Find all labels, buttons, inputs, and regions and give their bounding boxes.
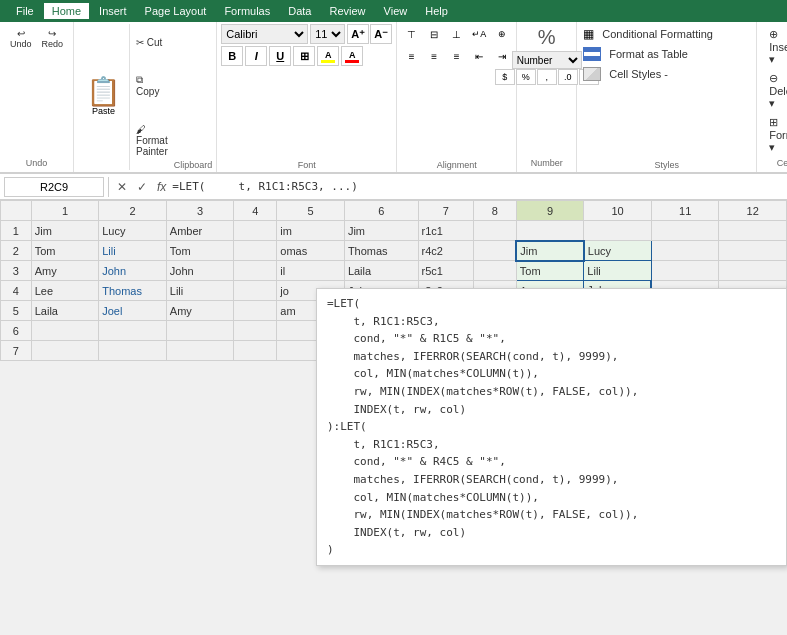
format-painter-button[interactable]: 🖌 Format Painter	[132, 123, 172, 158]
decimal-increase-button[interactable]: .0	[558, 69, 578, 85]
number-format-select[interactable]: Number	[512, 51, 582, 69]
tab-page-layout[interactable]: Page Layout	[137, 3, 215, 19]
font-name-select[interactable]: Calibri	[221, 24, 308, 44]
confirm-formula-button[interactable]: ✓	[133, 178, 151, 196]
cell-styles-button[interactable]: Cell Styles -	[605, 66, 672, 82]
row-header-3[interactable]: 3	[1, 261, 32, 281]
cell-r3c11[interactable]	[651, 261, 719, 281]
cell-r1c6[interactable]: Jim	[344, 221, 418, 241]
cell-r3c1[interactable]: Amy	[31, 261, 99, 281]
col-header-4[interactable]: 4	[234, 201, 277, 221]
cell-r6c2[interactable]	[99, 321, 167, 341]
copy-button[interactable]: ⧉ Copy	[132, 73, 172, 98]
cell-r2c11[interactable]	[651, 241, 719, 261]
font-color-button[interactable]: A	[341, 46, 363, 66]
cell-r3c7[interactable]: r5c1	[418, 261, 473, 281]
cell-r2c6[interactable]: Thomas	[344, 241, 418, 261]
cut-button[interactable]: ✂ Cut	[132, 36, 172, 49]
col-header-8[interactable]: 8	[473, 201, 516, 221]
delete-cells-button[interactable]: ⊖ Delete ▾	[765, 70, 787, 112]
tab-file[interactable]: File	[8, 3, 42, 19]
cell-r6c3[interactable]	[166, 321, 234, 341]
cell-r7c2[interactable]	[99, 341, 167, 361]
cell-r2c7[interactable]: r4c2	[418, 241, 473, 261]
col-header-2[interactable]: 2	[99, 201, 167, 221]
wrap-text-button[interactable]: ↵A	[469, 24, 490, 44]
cell-r2c4[interactable]	[234, 241, 277, 261]
cell-r1c9[interactable]	[516, 221, 584, 241]
tab-insert[interactable]: Insert	[91, 3, 135, 19]
align-bottom-button[interactable]: ⊥	[446, 24, 467, 44]
col-header-6[interactable]: 6	[344, 201, 418, 221]
cell-r7c4[interactable]	[234, 341, 277, 361]
row-header-4[interactable]: 4	[1, 281, 32, 301]
tab-view[interactable]: View	[376, 3, 416, 19]
cell-r3c4[interactable]	[234, 261, 277, 281]
insert-cells-button[interactable]: ⊕ Insert ▾	[765, 26, 787, 68]
cell-r5c1[interactable]: Laila	[31, 301, 99, 321]
cell-r4c2[interactable]: Thomas	[99, 281, 167, 301]
cell-r4c3[interactable]: Lili	[166, 281, 234, 301]
indent-increase-button[interactable]: ⇥	[492, 46, 513, 66]
percent-button[interactable]: %	[516, 69, 536, 85]
cell-r4c4[interactable]	[234, 281, 277, 301]
cell-r3c10[interactable]: Lili	[584, 261, 652, 281]
col-header-7[interactable]: 7	[418, 201, 473, 221]
cell-r1c12[interactable]	[719, 221, 787, 241]
formula-input[interactable]	[172, 177, 783, 197]
cell-r5c4[interactable]	[234, 301, 277, 321]
cell-r1c5[interactable]: im	[277, 221, 345, 241]
tab-review[interactable]: Review	[321, 3, 373, 19]
indent-decrease-button[interactable]: ⇤	[469, 46, 490, 66]
conditional-formatting-button[interactable]: Conditional Formatting	[598, 26, 717, 42]
cell-r2c1[interactable]: Tom	[31, 241, 99, 261]
cell-r6c4[interactable]	[234, 321, 277, 341]
row-header-1[interactable]: 1	[1, 221, 32, 241]
align-middle-button[interactable]: ⊟	[424, 24, 445, 44]
cell-r3c8[interactable]	[473, 261, 516, 281]
cell-r2c2[interactable]: Lili	[99, 241, 167, 261]
col-header-1[interactable]: 1	[31, 201, 99, 221]
align-center-button[interactable]: ≡	[424, 46, 445, 66]
cell-r1c4[interactable]	[234, 221, 277, 241]
undo-button[interactable]: ↩ Undo	[6, 26, 36, 51]
row-header-7[interactable]: 7	[1, 341, 32, 361]
format-cells-button[interactable]: ⊞ Format ▾	[765, 114, 787, 156]
cell-r3c6[interactable]: Laila	[344, 261, 418, 281]
format-table-button[interactable]: Format as Table	[605, 46, 692, 62]
cell-r7c1[interactable]	[31, 341, 99, 361]
tab-formulas[interactable]: Formulas	[216, 3, 278, 19]
cell-r2c12[interactable]	[719, 241, 787, 261]
col-header-5[interactable]: 5	[277, 201, 345, 221]
cell-r1c2[interactable]: Lucy	[99, 221, 167, 241]
fill-color-button[interactable]: A	[317, 46, 339, 66]
cell-r7c3[interactable]	[166, 341, 234, 361]
paste-button[interactable]: 📋 Paste	[78, 24, 130, 170]
align-top-button[interactable]: ⊤	[401, 24, 422, 44]
align-right-button[interactable]: ≡	[446, 46, 467, 66]
cell-r2c8[interactable]	[473, 241, 516, 261]
cell-r5c3[interactable]: Amy	[166, 301, 234, 321]
cell-r3c3[interactable]: John	[166, 261, 234, 281]
cell-r1c8[interactable]	[473, 221, 516, 241]
row-header-2[interactable]: 2	[1, 241, 32, 261]
font-grow-button[interactable]: A⁺	[347, 24, 369, 44]
col-header-12[interactable]: 12	[719, 201, 787, 221]
col-header-11[interactable]: 11	[651, 201, 719, 221]
cell-r1c7[interactable]: r1c1	[418, 221, 473, 241]
cell-r2c3[interactable]: Tom	[166, 241, 234, 261]
redo-button[interactable]: ↪ Redo	[38, 26, 68, 51]
cancel-formula-button[interactable]: ✕	[113, 178, 131, 196]
italic-button[interactable]: I	[245, 46, 267, 66]
cell-r3c5[interactable]: il	[277, 261, 345, 281]
col-header-9[interactable]: 9	[516, 201, 584, 221]
cell-r3c12[interactable]	[719, 261, 787, 281]
cell-r1c11[interactable]	[651, 221, 719, 241]
border-button[interactable]: ⊞	[293, 46, 315, 66]
cell-r2c5[interactable]: omas	[277, 241, 345, 261]
cell-r1c3[interactable]: Amber	[166, 221, 234, 241]
tab-help[interactable]: Help	[417, 3, 456, 19]
col-header-10[interactable]: 10	[584, 201, 652, 221]
cell-r3c9[interactable]: Tom	[516, 261, 584, 281]
bold-button[interactable]: B	[221, 46, 243, 66]
